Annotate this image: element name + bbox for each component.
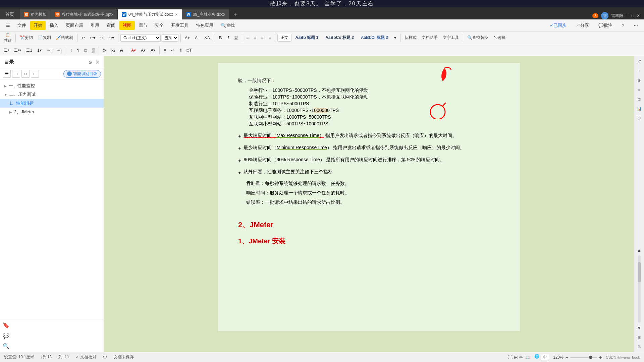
rt-btn-1[interactable]: 🖊 [635, 58, 643, 66]
rt-btn-expand[interactable]: ⊞ [635, 343, 643, 351]
rt-scroll-track[interactable] [638, 255, 641, 322]
menu-review[interactable]: 审阅 [103, 21, 119, 30]
search-sidebar-icon[interactable]: 🔍 [3, 343, 9, 349]
rt-btn-3[interactable]: ⊕ [635, 76, 643, 84]
zoom-in-btn[interactable]: + [599, 355, 602, 360]
doc-assistant-btn[interactable]: 文档助手 [420, 34, 440, 42]
num-list-btn[interactable]: ☰1 [24, 47, 34, 54]
clear-format-btn[interactable]: ✕A [202, 35, 212, 41]
rt-btn-5[interactable]: ⊡ [635, 95, 643, 103]
align-para-btn[interactable]: ≡ [162, 47, 168, 54]
nav-item-1[interactable]: ▶ 一、性能监控 [0, 81, 104, 90]
indent-more-btn[interactable]: →| [45, 47, 54, 54]
shading-btn[interactable]: ▒ [90, 47, 97, 54]
strikethrough-btn[interactable]: A [118, 47, 125, 54]
menu-insert[interactable]: 插入 [46, 21, 62, 30]
border-btn[interactable]: □ [82, 47, 89, 54]
menu-page-layout[interactable]: 页面布局 [62, 21, 87, 30]
page-container[interactable]: 验，一般情况下： 金融行业：1000TPS~50000TPS，不包括互联网化的活… [104, 56, 634, 352]
nav-item-2[interactable]: ▼ 二、压力测试 [0, 90, 104, 99]
underline-btn[interactable]: U [232, 34, 240, 41]
lang-zh[interactable]: 中 [541, 354, 549, 360]
sup-script-btn[interactable]: x₂ [109, 47, 117, 54]
find-replace-btn[interactable]: 🔍查找替换 [465, 34, 490, 42]
rt-btn-2[interactable]: T [635, 67, 643, 75]
format-brush-btn[interactable]: 🖌️格式刷 [54, 34, 75, 42]
num-list2-btn[interactable]: 1▾ [35, 47, 44, 54]
indent-less-btn[interactable]: ←| [55, 47, 64, 54]
read-btn[interactable]: 📖 [525, 355, 530, 360]
redo2-btn[interactable]: ↪▾ [107, 35, 116, 41]
paste-btn[interactable]: 📋粘贴 [2, 32, 13, 44]
redo-btn[interactable]: ↪ [98, 35, 106, 41]
share-btn[interactable]: ↗分享 [573, 21, 592, 30]
menu-security[interactable]: 安全 [152, 21, 167, 30]
undo2-btn[interactable]: ↩▾ [88, 35, 97, 41]
undo-btn[interactable]: ↩ [79, 35, 87, 41]
home-tab[interactable]: 首页 [0, 9, 20, 19]
menu-file[interactable]: 文件 [14, 21, 30, 30]
menu-view[interactable]: 视图 [119, 21, 135, 30]
italic-btn[interactable]: I [225, 34, 231, 41]
rt-down-btn[interactable]: ▼ [635, 324, 643, 332]
check-info[interactable]: ✓ 文档校对 [76, 354, 96, 360]
paragraph-btn[interactable]: ¶ [75, 47, 81, 54]
comment-btn[interactable]: 💬批注 [595, 21, 616, 30]
text-box-btn[interactable]: □T [185, 47, 194, 54]
text-tool-btn[interactable]: 文字工具 [441, 34, 461, 42]
help-btn[interactable]: ? [619, 21, 628, 29]
style-h3[interactable]: AaBbCi 标题 3 [358, 34, 391, 42]
rt-btn-collapse[interactable]: ⊟ [635, 333, 643, 341]
more-styles-btn[interactable]: ▾ [392, 35, 398, 41]
zoom-slider[interactable] [570, 357, 597, 358]
align-right-btn[interactable]: ≡ [259, 35, 265, 41]
justify-btn[interactable]: ≡ [266, 35, 273, 41]
font-color2-btn[interactable]: A▾ [149, 47, 157, 54]
tab-docx-active[interactable]: W 04_性能与压力测试.docx ✕ [118, 9, 182, 19]
ai-badge[interactable]: 智能识别目录 [63, 70, 101, 78]
edit-btn[interactable]: ✏ [519, 355, 523, 360]
menu-special[interactable]: 特色应用 [193, 21, 217, 30]
rt-btn-4[interactable]: ≡ [635, 86, 643, 94]
rt-up-btn[interactable]: ▲ [635, 246, 643, 254]
align-center-btn[interactable]: ≡ [252, 35, 258, 41]
copy-btn[interactable]: 📄复制 [36, 34, 53, 42]
align-left-btn[interactable]: ≡ [244, 35, 251, 41]
split-view-btn[interactable]: ⊞ [514, 355, 518, 360]
sidebar-tb1[interactable]: ☰ [3, 70, 11, 78]
font-size-select[interactable]: 五号 [162, 34, 178, 42]
sidebar-tb4[interactable]: □ [31, 70, 39, 78]
settings-btn[interactable]: ⋯ [630, 21, 641, 29]
para-spread-btn[interactable]: ⇔ [169, 47, 176, 54]
style-h2[interactable]: AaBbCo 标题 2 [322, 34, 357, 42]
tab-docx2[interactable]: W 09_商城业务.docx [182, 9, 230, 19]
review-icon[interactable]: 💬 [3, 333, 9, 339]
tab-add-button[interactable]: + [229, 9, 240, 19]
bookmark-icon[interactable]: 🔖 [3, 322, 9, 328]
menu-reference[interactable]: 引用 [87, 21, 103, 30]
restore-btn[interactable]: □ [632, 13, 634, 18]
font-bigger-btn[interactable]: A+ [183, 35, 192, 41]
tab-sticker[interactable]: 稻 稻壳模板 [20, 9, 51, 19]
menu-devtools[interactable]: 开发工具 [168, 21, 192, 30]
bullet-list2-btn[interactable]: ☰•▾ [12, 47, 23, 54]
bullet-list-btn[interactable]: ☰• [2, 47, 11, 54]
rt-btn-6[interactable]: 📊 [635, 105, 643, 113]
text-color-btn[interactable]: A▾ [129, 47, 138, 54]
close-btn[interactable]: ✕ [637, 13, 640, 18]
tab-pptx[interactable]: 谷 谷粒商城-分布式高级-图.pptx [51, 9, 118, 19]
menu-toggle[interactable]: ☰ [3, 21, 13, 29]
nav-item-2-2[interactable]: ▶ 2、JMeter [0, 108, 104, 116]
highlight-btn[interactable]: A▾ [139, 47, 148, 54]
tab3-close[interactable]: ✕ [175, 13, 178, 16]
line-spacing-btn[interactable]: ↕ [68, 47, 74, 54]
sidebar-tb2[interactable]: □ [12, 70, 20, 78]
menu-chapter[interactable]: 章节 [136, 21, 151, 30]
minimize-btn[interactable]: ─ [626, 13, 629, 18]
zoom-out-btn[interactable]: − [566, 355, 568, 360]
fullscreen-btn[interactable]: ⛶ [508, 355, 513, 360]
menu-find[interactable]: 🔍查找 [217, 21, 238, 30]
show-hide-btn[interactable]: ¶ [177, 47, 183, 54]
new-style-btn[interactable]: 新样式 [402, 34, 419, 42]
font-name-select[interactable]: Calibri (正文) [120, 34, 161, 42]
